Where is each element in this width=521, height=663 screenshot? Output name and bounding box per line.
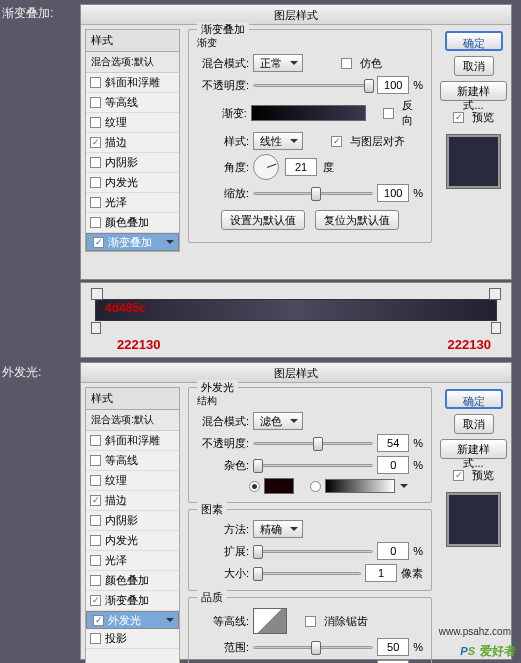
style-stroke[interactable]: 描边 — [86, 133, 179, 153]
spread-slider[interactable] — [253, 543, 373, 559]
style-drop-shadow[interactable]: 投影 — [86, 629, 179, 649]
dither-checkbox[interactable] — [341, 58, 352, 69]
checkbox-icon[interactable] — [90, 197, 101, 208]
style-satin[interactable]: 光泽 — [86, 551, 179, 571]
style-contour[interactable]: 等高线 — [86, 93, 179, 113]
color-label-right: 222130 — [448, 337, 491, 352]
section-label-glow: 外发光: — [2, 364, 41, 381]
scale-slider[interactable] — [253, 185, 373, 201]
range-input[interactable]: 50 — [377, 638, 409, 656]
contour-picker[interactable] — [253, 608, 287, 634]
style-texture[interactable]: 纹理 — [86, 471, 179, 491]
range-slider[interactable] — [253, 639, 373, 655]
group-title: 渐变叠加 — [197, 22, 249, 37]
size-slider[interactable] — [253, 565, 361, 581]
blend-mode-select[interactable]: 滤色 — [253, 412, 303, 430]
checkbox-icon[interactable] — [90, 217, 101, 228]
glow-color-swatch[interactable] — [264, 478, 294, 494]
gradient-preview[interactable] — [251, 105, 366, 121]
style-color-overlay[interactable]: 颜色叠加 — [86, 571, 179, 591]
opacity-slider[interactable] — [253, 435, 373, 451]
color-radio[interactable] — [249, 481, 260, 492]
angle-dial[interactable] — [253, 154, 279, 180]
checkbox-icon[interactable] — [90, 137, 101, 148]
style-inner-glow[interactable]: 内发光 — [86, 531, 179, 551]
checkbox-icon[interactable] — [90, 177, 101, 188]
style-bevel[interactable]: 斜面和浮雕 — [86, 431, 179, 451]
style-contour[interactable]: 等高线 — [86, 451, 179, 471]
color-label-mid: 4d485c — [105, 301, 146, 315]
preview-checkbox[interactable] — [453, 470, 464, 481]
blend-options[interactable]: 混合选项:默认 — [86, 410, 179, 431]
gradient-editor-strip: 4d485c 222130 222130 — [80, 282, 512, 358]
style-inner-shadow[interactable]: 内阴影 — [86, 511, 179, 531]
styles-header: 样式 — [86, 30, 179, 52]
styles-list: 样式 混合选项:默认 斜面和浮雕 等高线 纹理 描边 内阴影 内发光 光泽 颜色… — [85, 387, 180, 663]
blend-options[interactable]: 混合选项:默认 — [86, 52, 179, 73]
preview-swatch — [446, 134, 501, 189]
dialog-title: 图层样式 — [81, 363, 511, 383]
styles-list: 样式 混合选项:默认 斜面和浮雕 等高线 纹理 描边 内阴影 内发光 光泽 颜色… — [85, 29, 180, 252]
color-stop-left[interactable] — [91, 322, 101, 334]
scale-input[interactable]: 100 — [377, 184, 409, 202]
style-outer-glow[interactable]: 外发光 — [86, 611, 179, 629]
opacity-input[interactable]: 100 — [377, 76, 409, 94]
blend-mode-select[interactable]: 正常 — [253, 54, 303, 72]
gradient-overlay-panel: 渐变叠加 渐变 混合模式:正常仿色 不透明度:100% 渐变:反向 样式:线性与… — [184, 25, 436, 256]
size-input[interactable]: 1 — [365, 564, 397, 582]
preview-checkbox[interactable] — [453, 112, 464, 123]
dialog-title: 图层样式 — [81, 5, 511, 25]
checkbox-icon[interactable] — [90, 157, 101, 168]
outer-glow-panel: 外发光 结构 混合模式:滤色 不透明度:54% 杂色:0% 图素 方法:精确 扩… — [184, 383, 436, 663]
right-panel: 确定 取消 新建样式... 预览 — [436, 383, 511, 663]
gradient-radio[interactable] — [310, 481, 321, 492]
cancel-button[interactable]: 取消 — [454, 414, 494, 434]
set-default-button[interactable]: 设置为默认值 — [221, 210, 305, 230]
reset-default-button[interactable]: 复位为默认值 — [315, 210, 399, 230]
opacity-slider[interactable] — [253, 77, 373, 93]
spread-input[interactable]: 0 — [377, 542, 409, 560]
checkbox-icon[interactable] — [90, 117, 101, 128]
style-texture[interactable]: 纹理 — [86, 113, 179, 133]
ok-button[interactable]: 确定 — [445, 389, 503, 409]
opacity-input[interactable]: 54 — [377, 434, 409, 452]
layer-style-dialog-1: 图层样式 样式 混合选项:默认 斜面和浮雕 等高线 纹理 描边 内阴影 内发光 … — [80, 4, 512, 280]
checkbox-icon[interactable] — [93, 237, 104, 248]
style-satin[interactable]: 光泽 — [86, 193, 179, 213]
style-gradient-overlay[interactable]: 渐变叠加 — [86, 233, 179, 251]
style-select[interactable]: 线性 — [253, 132, 303, 150]
new-style-button[interactable]: 新建样式... — [440, 81, 507, 101]
align-checkbox[interactable] — [331, 136, 342, 147]
cancel-button[interactable]: 取消 — [454, 56, 494, 76]
angle-input[interactable]: 21 — [285, 158, 317, 176]
right-panel: 确定 取消 新建样式... 预览 — [436, 25, 511, 256]
checkbox-icon[interactable] — [90, 97, 101, 108]
glow-gradient[interactable] — [325, 479, 395, 493]
ok-button[interactable]: 确定 — [445, 31, 503, 51]
new-style-button[interactable]: 新建样式... — [440, 439, 507, 459]
checkbox-icon[interactable] — [90, 77, 101, 88]
technique-select[interactable]: 精确 — [253, 520, 303, 538]
antialias-checkbox[interactable] — [305, 616, 316, 627]
noise-slider[interactable] — [253, 457, 373, 473]
gradient-bar[interactable] — [95, 299, 497, 321]
color-label-left: 222130 — [117, 337, 160, 352]
style-inner-shadow[interactable]: 内阴影 — [86, 153, 179, 173]
style-stroke[interactable]: 描边 — [86, 491, 179, 511]
watermark-logo: PS 爱好者 — [460, 639, 516, 660]
style-bevel[interactable]: 斜面和浮雕 — [86, 73, 179, 93]
color-stop-right[interactable] — [491, 322, 501, 334]
style-inner-glow[interactable]: 内发光 — [86, 173, 179, 193]
style-gradient-overlay[interactable]: 渐变叠加 — [86, 591, 179, 611]
watermark-url: www.psahz.com — [439, 626, 511, 637]
layer-style-dialog-2: 图层样式 样式 混合选项:默认 斜面和浮雕 等高线 纹理 描边 内阴影 内发光 … — [80, 362, 512, 660]
section-label-gradient: 渐变叠加: — [2, 5, 53, 22]
reverse-checkbox[interactable] — [383, 108, 394, 119]
preview-swatch — [446, 492, 501, 547]
style-color-overlay[interactable]: 颜色叠加 — [86, 213, 179, 233]
noise-input[interactable]: 0 — [377, 456, 409, 474]
